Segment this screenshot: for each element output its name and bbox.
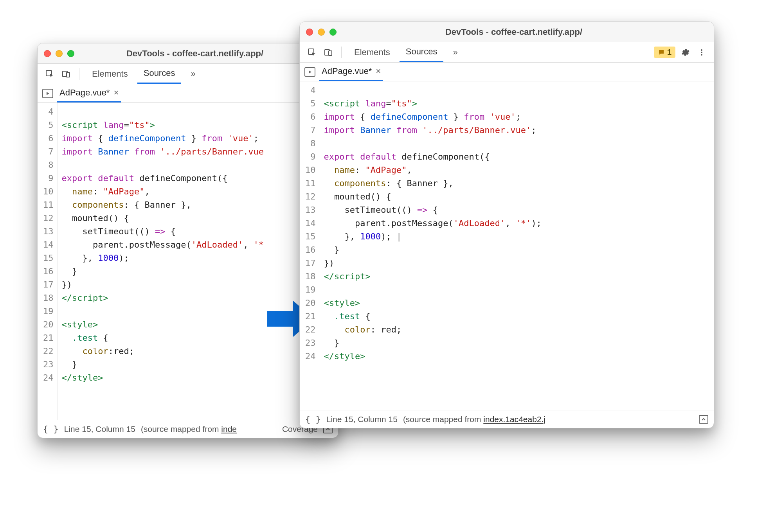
code-left[interactable]: <script lang="ts">import { defineCompone…	[58, 103, 268, 420]
inspect-element-icon[interactable]	[43, 67, 56, 81]
gutter-left: 456789101112131415161718192021222324	[38, 103, 58, 420]
svg-rect-5	[329, 51, 332, 56]
cursor-position: Line 15, Column 15	[326, 415, 398, 424]
svg-point-6	[701, 49, 702, 51]
gutter-right: 456789101112131415161718192021222324	[300, 81, 320, 410]
close-window-icon[interactable]	[306, 29, 313, 36]
source-map-link[interactable]: inde	[221, 424, 237, 433]
code-editor[interactable]: 456789101112131415161718192021222324 <sc…	[300, 81, 714, 410]
titlebar: DevTools - coffee-cart.netlify.app/	[300, 22, 714, 42]
zoom-window-icon[interactable]	[329, 29, 337, 36]
pretty-print-icon[interactable]: { }	[305, 414, 321, 424]
toolbar-separator	[341, 47, 342, 58]
window-title: DevTools - coffee-cart.netlify.app/	[81, 49, 308, 59]
close-tab-icon[interactable]: ×	[376, 66, 381, 76]
pretty-print-icon[interactable]: { }	[43, 424, 59, 434]
tab-more[interactable]: »	[446, 42, 464, 62]
navigator-toggle-icon[interactable]	[304, 67, 315, 77]
devtools-window-left: DevTools - coffee-cart.netlify.app/ Elem…	[37, 43, 338, 438]
svg-point-7	[701, 52, 702, 53]
code-right[interactable]: <script lang="ts">import { defineCompone…	[320, 81, 545, 410]
close-tab-icon[interactable]: ×	[113, 88, 119, 98]
close-window-icon[interactable]	[44, 50, 51, 57]
minimize-window-icon[interactable]	[56, 50, 63, 57]
file-tab-label: AdPage.vue*	[59, 88, 110, 98]
source-map-link[interactable]: index.1ac4eab2.j	[483, 415, 545, 424]
tab-elements[interactable]: Elements	[348, 42, 396, 62]
titlebar: DevTools - coffee-cart.netlify.app/	[38, 43, 338, 64]
drawer-toggle-icon[interactable]	[699, 415, 708, 424]
tab-sources[interactable]: Sources	[400, 42, 444, 62]
window-title: DevTools - coffee-cart.netlify.app/	[344, 27, 684, 37]
statusbar: { } Line 15, Column 15 (source mapped fr…	[300, 410, 714, 428]
inspect-element-icon[interactable]	[305, 46, 319, 59]
devtools-toolbar: Elements Sources »	[38, 64, 338, 84]
kebab-menu-icon[interactable]	[695, 46, 708, 59]
svg-rect-2	[67, 72, 70, 77]
tab-sources[interactable]: Sources	[137, 64, 182, 84]
minimize-window-icon[interactable]	[318, 29, 325, 36]
source-map-info: (source mapped from index.1ac4eab2.j	[403, 415, 545, 424]
devtools-toolbar: Elements Sources » 1	[300, 42, 714, 63]
zoom-window-icon[interactable]	[67, 50, 74, 57]
file-tab-bar: AdPage.vue* ×	[300, 63, 714, 81]
svg-point-8	[701, 54, 702, 56]
traffic-lights	[306, 29, 337, 36]
toolbar-separator	[79, 68, 79, 80]
traffic-lights	[44, 50, 74, 57]
file-tab-bar: AdPage.vue* ×	[38, 84, 338, 103]
statusbar: { } Line 15, Column 15 (source mapped fr…	[38, 420, 338, 438]
device-toggle-icon[interactable]	[322, 46, 335, 59]
file-tab-label: AdPage.vue*	[322, 66, 372, 76]
issues-count: 1	[667, 48, 671, 57]
file-tab-adpage[interactable]: AdPage.vue* ×	[57, 84, 121, 102]
tab-more[interactable]: »	[184, 64, 202, 84]
source-map-info: (source mapped from inde	[141, 424, 237, 434]
navigator-toggle-icon[interactable]	[42, 89, 53, 98]
settings-icon[interactable]	[679, 46, 692, 59]
code-editor[interactable]: 456789101112131415161718192021222324 <sc…	[38, 103, 338, 420]
cursor-position: Line 15, Column 15	[64, 424, 135, 434]
device-toggle-icon[interactable]	[59, 67, 73, 81]
devtools-window-right: DevTools - coffee-cart.netlify.app/ Elem…	[299, 22, 714, 428]
issues-badge[interactable]: 1	[654, 47, 675, 58]
file-tab-adpage[interactable]: AdPage.vue* ×	[319, 63, 383, 81]
tab-elements[interactable]: Elements	[86, 64, 134, 84]
